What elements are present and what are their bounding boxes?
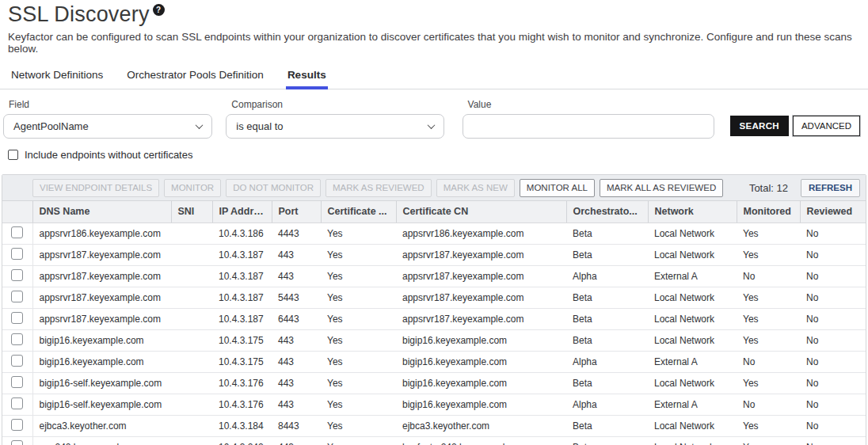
do-not-monitor-button: DO NOT MONITOR <box>226 179 321 197</box>
row-checkbox[interactable] <box>11 419 23 431</box>
cell-cert-cn: bigip16.keyexample.com <box>396 372 566 394</box>
search-button[interactable]: SEARCH <box>730 116 789 136</box>
cell-monitored: No <box>737 265 800 287</box>
cell-sni <box>171 372 212 394</box>
table-row: appsrvr186.keyexample.com10.4.3.1864443Y… <box>2 222 866 244</box>
row-checkbox[interactable] <box>11 269 23 281</box>
column-header-port[interactable]: Port <box>272 201 321 222</box>
cell-dns: appsrvr186.keyexample.com <box>32 222 171 244</box>
field-select-value: AgentPoolName <box>13 120 89 132</box>
advanced-button[interactable]: ADVANCED <box>793 116 860 136</box>
row-checkbox-cell <box>2 372 32 394</box>
monitor-all-button[interactable]: MONITOR ALL <box>520 179 595 197</box>
cell-ip: 10.4.3.175 <box>212 351 272 372</box>
column-header-network[interactable]: Network <box>648 201 737 222</box>
row-checkbox[interactable] <box>11 291 23 302</box>
cell-cert-found: Yes <box>321 436 396 445</box>
field-select[interactable]: AgentPoolName <box>3 114 212 139</box>
cell-cert-found: Yes <box>321 415 396 436</box>
cell-ip: 10.4.3.242 <box>212 436 272 445</box>
cell-orchestrator: Alpha <box>566 351 648 372</box>
tab-network-definitions[interactable]: Network Definitions <box>10 64 105 89</box>
cell-dns: srvr242.keyexample.com <box>32 436 171 445</box>
row-checkbox[interactable] <box>11 397 23 409</box>
column-header-reviewed[interactable]: Reviewed <box>800 201 866 222</box>
row-checkbox[interactable] <box>11 376 23 388</box>
tab-orchestrator-pools-definition[interactable]: Orchestrator Pools Definition <box>125 64 265 89</box>
include-endpoints-checkbox[interactable] <box>8 150 18 160</box>
row-checkbox[interactable] <box>11 333 23 345</box>
row-checkbox-cell <box>2 329 32 351</box>
cell-port: 443 <box>272 329 321 351</box>
cell-network: Local Network <box>648 244 737 265</box>
refresh-button[interactable]: REFRESH <box>801 179 860 197</box>
cell-sni <box>171 244 212 265</box>
tab-results[interactable]: Results <box>286 64 328 89</box>
column-header-dns-name[interactable]: DNS Name <box>32 201 171 222</box>
field-label: Field <box>9 99 212 110</box>
results-toolbar: VIEW ENDPOINT DETAILSMONITORDO NOT MONIT… <box>2 175 866 201</box>
column-header-certificate[interactable]: Certificate ... <box>321 201 396 222</box>
cell-ip: 10.4.3.187 <box>212 244 272 265</box>
cell-dns: ejbca3.keyother.com <box>32 415 171 436</box>
cell-sni <box>171 436 212 445</box>
cell-cert-cn: appsrvr187.keyexample.com <box>396 287 566 308</box>
cell-orchestrator: Beta <box>566 436 648 445</box>
row-checkbox[interactable] <box>11 355 23 367</box>
help-icon[interactable]: ? <box>153 4 165 16</box>
row-checkbox-cell <box>2 415 32 436</box>
column-header-orchestrato[interactable]: Orchestrato... <box>566 201 648 222</box>
ssl-discovery-page: SSL Discovery ? Keyfactor can be configu… <box>0 0 868 445</box>
row-checkbox-cell <box>2 308 32 329</box>
cell-monitored: Yes <box>737 222 800 244</box>
table-row: bigip16-self.keyexample.com10.4.3.176443… <box>2 372 866 394</box>
monitor-button: MONITOR <box>164 179 221 197</box>
cell-dns: bigip16-self.keyexample.com <box>32 372 171 394</box>
cell-cert-cn: bigip16.keyexample.com <box>396 394 566 415</box>
results-table: DNS NameSNIIP AddressPortCertificate ...… <box>2 201 866 445</box>
table-header-row: DNS NameSNIIP AddressPortCertificate ...… <box>2 201 866 222</box>
cell-ip: 10.4.3.187 <box>212 265 272 287</box>
cell-port: 5443 <box>272 287 321 308</box>
toolbar-buttons: VIEW ENDPOINT DETAILSMONITORDO NOT MONIT… <box>32 179 723 197</box>
page-title: SSL Discovery <box>8 2 150 27</box>
comparison-select[interactable]: is equal to <box>226 114 444 139</box>
cell-network: Local Network <box>648 287 737 308</box>
cell-cert-found: Yes <box>321 329 396 351</box>
cell-monitored: Yes <box>737 329 800 351</box>
row-checkbox-cell <box>2 265 32 287</box>
column-header-certificate-cn[interactable]: Certificate CN <box>396 201 566 222</box>
filter-buttons: SEARCH ADVANCED <box>730 116 860 136</box>
row-checkbox[interactable] <box>11 312 23 324</box>
cell-port: 8443 <box>272 415 321 436</box>
cell-reviewed: No <box>800 244 866 265</box>
column-header-sni[interactable]: SNI <box>171 201 212 222</box>
cell-monitored: Yes <box>737 415 800 436</box>
row-checkbox[interactable] <box>11 440 23 445</box>
cell-sni <box>171 222 212 244</box>
cell-ip: 10.4.3.176 <box>212 394 272 415</box>
cell-cert-cn: appsrvr187.keyexample.com <box>396 308 566 329</box>
row-checkbox-cell <box>2 351 32 372</box>
cell-orchestrator: Beta <box>566 287 648 308</box>
value-input[interactable] <box>473 120 704 132</box>
cell-monitored: Yes <box>737 287 800 308</box>
column-header-monitored[interactable]: Monitored <box>737 201 800 222</box>
cell-network: Local Network <box>648 415 737 436</box>
row-checkbox[interactable] <box>11 248 23 260</box>
column-header-ip-address[interactable]: IP Address <box>212 201 272 222</box>
table-row: srvr242.keyexample.com10.4.3.242443Yeske… <box>2 436 866 445</box>
cell-port: 443 <box>272 436 321 445</box>
row-checkbox-cell <box>2 287 32 308</box>
cell-sni <box>171 265 212 287</box>
cell-cert-found: Yes <box>321 308 396 329</box>
table-row: appsrvr187.keyexample.com10.4.3.1875443Y… <box>2 287 866 308</box>
cell-port: 4443 <box>272 222 321 244</box>
row-checkbox[interactable] <box>11 226 23 238</box>
cell-port: 443 <box>272 265 321 287</box>
mark-all-as-reviewed-button[interactable]: MARK ALL AS REVIEWED <box>600 179 723 197</box>
cell-reviewed: No <box>800 265 866 287</box>
tab-bar: Network DefinitionsOrchestrator Pools De… <box>0 64 868 89</box>
table-row: appsrvr187.keyexample.com10.4.3.187443Ye… <box>2 244 866 265</box>
cell-cert-cn: bigip16.keyexample.com <box>396 351 566 372</box>
